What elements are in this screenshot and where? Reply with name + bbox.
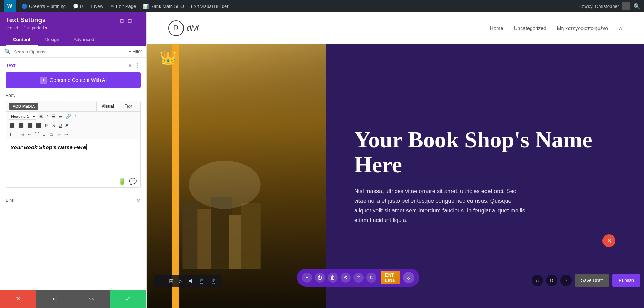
fullscreen-button[interactable]: ⛶ — [33, 131, 40, 138]
chat-icon[interactable]: 💬 — [129, 177, 137, 185]
align-justify-button[interactable]: ⬛ — [35, 122, 43, 129]
panel-preset[interactable]: Preset: H1 imported ▾ — [6, 25, 47, 30]
heading-select[interactable]: Heading 1 Heading 2 Paragraph — [8, 113, 37, 120]
crown-icon: 👑 — [160, 50, 176, 65]
search-input[interactable] — [13, 49, 126, 54]
edit-page-item[interactable]: ✏ Edit Page — [107, 4, 140, 9]
search-icon[interactable]: 🔍 — [633, 3, 640, 10]
builder-search-icon[interactable]: ⌕ — [179, 278, 182, 284]
italic-button[interactable]: I — [45, 113, 49, 120]
nav-home[interactable]: Home — [490, 25, 503, 31]
section-more-icon[interactable]: ⋮ — [135, 62, 141, 69]
text-tab[interactable]: Text — [119, 102, 137, 111]
special-chars-button[interactable]: Ω — [41, 131, 47, 138]
nav-greek[interactable]: Μη κατηγοριοποιημένο — [557, 25, 608, 31]
enter-online-section: ENTLINE — [381, 271, 400, 284]
ai-generate-button[interactable]: ✦ Generate Content With AI — [6, 72, 141, 88]
link-chevron-icon: ∨ — [136, 197, 141, 204]
rank-math-item[interactable]: 📊 Rank Math SEO — [140, 4, 187, 9]
action-add-icon[interactable]: + — [302, 273, 312, 283]
builder-desktop-icon[interactable]: 🖥 — [187, 278, 193, 284]
left-panel: Text Settings Preset: H1 imported ▾ ⊡ ⊞ … — [0, 12, 147, 308]
builder-grid-icon[interactable]: ⊞ — [169, 278, 174, 284]
search-bar: 🔍 + Filter — [0, 46, 146, 58]
panel-columns-icon[interactable]: ⊞ — [128, 18, 132, 24]
panel-title: Text Settings — [6, 16, 47, 24]
builder-tablet-icon[interactable]: 📱 — [198, 278, 205, 284]
editor-content-area[interactable]: Your Book Shop's Name Here — [6, 139, 140, 175]
action-power-icon[interactable]: ⏻ — [315, 273, 325, 283]
format-button[interactable]: I — [14, 131, 18, 138]
tab-design[interactable]: Design — [38, 34, 66, 46]
hero-body: Nisl massa, ultrices vitae ornare sit am… — [354, 186, 526, 225]
ai-icon: ✦ — [40, 77, 47, 84]
close-bubble[interactable]: ✕ — [602, 234, 615, 247]
undo-history-button[interactable]: ↩ — [36, 290, 73, 308]
right-area: D divi Home Uncategorized Μη κατηγοριοπο… — [147, 12, 644, 308]
panel-resize-icon[interactable]: ⊡ — [120, 18, 124, 24]
hero-image-area: 👑 — [147, 44, 326, 308]
redo-history-button[interactable]: ↪ — [73, 290, 110, 308]
tab-content[interactable]: Content — [6, 34, 38, 46]
panel-more-icon[interactable]: ⋮ — [136, 18, 141, 24]
tab-advanced[interactable]: Advanced — [67, 34, 102, 46]
user-avatar — [622, 2, 630, 10]
search-action-icon[interactable]: ⌕ — [532, 275, 543, 286]
yellow-bar — [172, 44, 179, 308]
grammar-icon[interactable]: 🔋 — [118, 177, 126, 185]
align-right-button[interactable]: ⬛ — [26, 122, 34, 129]
link-button[interactable]: 🔗 — [64, 113, 73, 120]
panel-body: Text ∧ ⋮ ✦ Generate Content With AI Body — [0, 58, 146, 290]
ordered-list-button[interactable]: ≡ — [58, 113, 63, 120]
body-label: Body — [6, 93, 141, 98]
redo-button[interactable]: ↪ — [63, 131, 69, 138]
logo-circle: D — [168, 20, 184, 36]
nav-search-icon[interactable]: ⌕ — [619, 24, 623, 32]
visual-tab[interactable]: Visual — [96, 102, 119, 111]
builder-phone-icon[interactable]: 📱 — [210, 278, 217, 284]
comments-item[interactable]: 💬 0 — [69, 4, 86, 9]
underline-button[interactable]: U — [57, 122, 63, 129]
site-logo: D divi — [168, 20, 199, 36]
logo-text: divi — [187, 24, 199, 33]
editor-container: ADD MEDIA Visual Text Heading 1 Heading … — [6, 101, 141, 188]
unordered-list-button[interactable]: ☰ — [50, 113, 57, 120]
nav-uncategorized[interactable]: Uncategorized — [514, 25, 546, 31]
howdy-text: Howdy, Christopher — [579, 4, 619, 9]
action-navigate-icon[interactable]: ⬦ — [403, 272, 414, 283]
outdent-button[interactable]: ⇤ — [26, 131, 33, 138]
blockquote-button[interactable]: " — [73, 113, 78, 120]
section-collapse-icon[interactable]: ∧ — [128, 62, 132, 69]
cancel-button[interactable]: ✕ — [0, 290, 36, 308]
exit-builder-item[interactable]: Exit Visual Builder — [187, 4, 232, 9]
align-center-button[interactable]: ⬛ — [17, 122, 25, 129]
action-columns-icon[interactable]: ⇅ — [366, 273, 376, 283]
site-name[interactable]: 🔵 Green's Plumbing — [18, 3, 69, 9]
emoji-button[interactable]: ☺ — [48, 131, 55, 138]
section-title: Text — [6, 63, 16, 68]
builder-more-icon[interactable]: ⋮ — [158, 278, 164, 284]
indent-button[interactable]: ⇥ — [19, 131, 25, 138]
svg-rect-4 — [241, 203, 261, 269]
settings-action-icon[interactable]: ↺ — [546, 275, 557, 286]
action-settings-icon[interactable]: ⚙ — [341, 273, 351, 283]
new-item[interactable]: + New — [86, 4, 107, 9]
site-header: D divi Home Uncategorized Μη κατηγοριοπο… — [147, 12, 644, 44]
filter-button[interactable]: + Filter — [129, 49, 142, 54]
bold-button[interactable]: B — [38, 113, 44, 120]
strikethrough-button[interactable]: S — [51, 122, 57, 129]
action-time-icon[interactable]: ⏱ — [353, 273, 364, 283]
link-section[interactable]: Link ∨ — [6, 192, 141, 208]
help-action-icon[interactable]: ? — [560, 275, 572, 286]
add-media-button[interactable]: ADD MEDIA — [9, 103, 38, 110]
text-color-button[interactable]: A — [64, 122, 70, 129]
undo-button[interactable]: ↩ — [56, 131, 62, 138]
save-draft-button[interactable]: Save Draft — [575, 274, 609, 287]
wp-icon[interactable]: W — [4, 0, 16, 12]
save-button[interactable]: ✓ — [110, 290, 146, 308]
action-delete-icon[interactable]: 🗑 — [328, 273, 338, 283]
publish-button[interactable]: Publish — [612, 274, 640, 287]
align-left-button[interactable]: ⬛ — [8, 122, 16, 129]
table-button[interactable]: ⊞ — [44, 122, 50, 129]
paste-text-button[interactable]: T — [8, 131, 13, 138]
